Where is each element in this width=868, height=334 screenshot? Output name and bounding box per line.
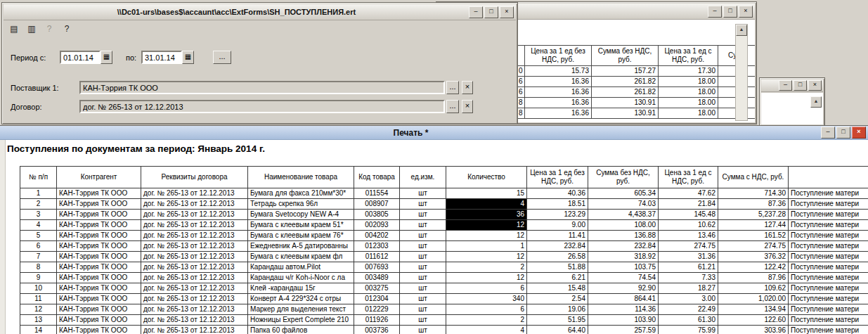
detail-scrollbar[interactable]: ▲ — [735, 24, 748, 121]
detail-price-vat-cell[interactable]: 18.00 — [659, 87, 718, 98]
cell-qty[interactable]: 1 — [446, 241, 527, 252]
cell-sum-vat[interactable]: 134.94 — [718, 304, 789, 315]
cell-price-vat[interactable]: 47.62 — [659, 188, 718, 199]
cell-price-no-vat[interactable]: 40.36 — [527, 188, 588, 199]
detail-price-no-vat-cell[interactable]: 16.36 — [525, 87, 592, 98]
cell-price-no-vat[interactable]: 6.21 — [527, 273, 588, 283]
cell-product[interactable]: Бумага Svetocopy NEW A-4 — [248, 210, 354, 220]
cell-code[interactable]: 012303 — [354, 241, 400, 252]
cell-product[interactable]: Бумага для факса 210мм*30* — [248, 188, 354, 199]
cell-sum-no-vat[interactable]: 257.59 — [588, 326, 659, 334]
cell-price-no-vat[interactable]: 19.06 — [527, 304, 588, 315]
cell-num[interactable]: 4 — [20, 220, 57, 231]
cell-price-no-vat[interactable]: 123.29 — [527, 210, 588, 220]
cell-product[interactable]: Конверт А-4 229*324 с отры — [248, 294, 354, 304]
cell-num[interactable]: 2 — [20, 199, 57, 210]
period-from-input[interactable] — [60, 51, 101, 64]
cell-price-vat[interactable]: 7.33 — [659, 273, 718, 283]
contract-clear-button[interactable]: × — [462, 100, 473, 113]
cell-contragent[interactable]: КАН-Тэррия ТК ООО — [57, 294, 141, 304]
table-sections-icon[interactable]: ▤ — [8, 23, 20, 35]
scroll-up-icon[interactable]: ▲ — [810, 96, 822, 108]
close-icon[interactable]: × — [739, 6, 753, 18]
cell-unit[interactable]: шт — [400, 188, 446, 199]
cell-contract[interactable]: дог. № 265-13 от 12.12.2013 — [141, 326, 248, 334]
cell-doc[interactable]: Поступление матери — [789, 231, 868, 241]
cell-contract[interactable]: дог. № 265-13 от 12.12.2013 — [141, 294, 248, 304]
cell-price-vat[interactable]: 75.99 — [659, 326, 718, 334]
detail-price-vat-cell[interactable]: 18.00 — [659, 77, 718, 87]
cell-unit[interactable]: шт — [400, 273, 446, 283]
cell-contract[interactable]: дог. № 265-13 от 12.12.2013 — [141, 252, 248, 262]
cell-product[interactable]: Папка 60 файлов — [248, 326, 354, 334]
cell-contract[interactable]: дог. № 265-13 от 12.12.2013 — [141, 273, 248, 283]
cell-sum-no-vat[interactable]: 103.90 — [588, 315, 659, 326]
cell-contragent[interactable]: КАН-Тэррия ТК ООО — [57, 326, 141, 334]
cell-code[interactable]: 011926 — [354, 315, 400, 326]
cell-code[interactable]: 012229 — [354, 304, 400, 315]
close-icon[interactable]: × — [852, 127, 866, 139]
cell-sum-vat[interactable]: 1,020.00 — [718, 294, 789, 304]
cell-code[interactable]: 011554 — [354, 188, 400, 199]
cell-sum-no-vat[interactable]: 318.92 — [588, 252, 659, 262]
cell-price-no-vat[interactable]: 51.88 — [527, 262, 588, 273]
cell-price-vat[interactable]: 31.36 — [659, 252, 718, 262]
cell-num[interactable]: 13 — [20, 315, 57, 326]
cell-sum-no-vat[interactable]: 74.54 — [588, 273, 659, 283]
cell-doc[interactable]: Поступление матери — [789, 199, 868, 210]
cell-sum-no-vat[interactable]: 74.03 — [588, 199, 659, 210]
cell-price-no-vat[interactable]: 64.40 — [527, 326, 588, 334]
cell-contract[interactable]: дог. № 265-13 от 12.12.2013 — [141, 283, 248, 294]
cell-contract[interactable]: дог. № 265-13 от 12.12.2013 — [141, 210, 248, 220]
cell-num[interactable]: 3 — [20, 210, 57, 220]
cell-product[interactable]: Ножницы Expert Complete 210 — [248, 315, 354, 326]
cell-sum-no-vat[interactable]: 136.88 — [588, 231, 659, 241]
cell-doc[interactable]: Поступление матери — [789, 294, 868, 304]
form-titlebar[interactable]: \\Dc01-urs\bases$\accaunt\acc\ExtForms\S… — [4, 4, 516, 20]
close-icon[interactable]: × — [808, 80, 822, 91]
period-to-input[interactable] — [141, 51, 182, 64]
cell-contract[interactable]: дог. № 265-13 от 12.12.2013 — [141, 231, 248, 241]
cell-price-no-vat[interactable]: 15.48 — [527, 283, 588, 294]
cell-code[interactable]: 003489 — [354, 273, 400, 283]
cell-qty[interactable]: 2 — [446, 315, 527, 326]
cell-doc[interactable]: Поступление матери — [789, 304, 868, 315]
cell-product[interactable]: Бумага с клеевым краем фл — [248, 252, 354, 262]
maximize-icon[interactable]: □ — [793, 80, 807, 91]
cell-qty[interactable]: 12 — [446, 220, 527, 231]
minimize-icon[interactable]: – — [779, 80, 792, 91]
cell-sum-vat[interactable]: 274.75 — [718, 241, 789, 252]
detail-sum-no-vat-cell[interactable]: 157.27 — [592, 66, 659, 77]
cell-num[interactable]: 9 — [20, 273, 57, 283]
detail-sum-no-vat-cell[interactable]: 130.91 — [592, 98, 659, 108]
cell-contragent[interactable]: КАН-Тэррия ТК ООО — [57, 304, 141, 315]
cell-doc[interactable]: Поступление матери — [789, 283, 868, 294]
detail-price-no-vat-cell[interactable]: 16.36 — [525, 77, 592, 87]
cell-sum-no-vat[interactable]: 103.75 — [588, 262, 659, 273]
cell-contragent[interactable]: КАН-Тэррия ТК ООО — [57, 210, 141, 220]
cell-product[interactable]: Карандаш автом.Pilot — [248, 262, 354, 273]
cell-unit[interactable]: шт — [400, 199, 446, 210]
cell-sum-vat[interactable]: 122.60 — [718, 315, 789, 326]
cell-sum-no-vat[interactable]: 232.84 — [588, 241, 659, 252]
close-icon[interactable]: × — [500, 6, 514, 18]
cell-unit[interactable]: шт — [400, 304, 446, 315]
cell-sum-vat[interactable]: 376.32 — [718, 252, 789, 262]
cell-product[interactable]: Маркер для выделения текст — [248, 304, 354, 315]
cell-qty[interactable]: 340 — [446, 294, 527, 304]
detail-sum-no-vat-cell[interactable]: 130.91 — [592, 108, 659, 119]
cell-contract[interactable]: дог. № 265-13 от 12.12.2013 — [141, 262, 248, 273]
cell-unit[interactable]: шт — [400, 326, 446, 334]
cell-doc[interactable]: Поступление матери — [789, 252, 868, 262]
cell-contract[interactable]: дог. № 265-13 от 12.12.2013 — [141, 241, 248, 252]
cell-doc[interactable]: Поступление матери — [789, 273, 868, 283]
cell-qty[interactable]: 12 — [446, 273, 527, 283]
period-picker-button[interactable]: ... — [213, 51, 231, 64]
restore-icon[interactable]: □ — [836, 127, 850, 139]
minimize-icon[interactable]: – — [821, 127, 835, 139]
detail-price-vat-cell[interactable]: 18.00 — [659, 98, 718, 108]
cell-contract[interactable]: дог. № 265-13 от 12.12.2013 — [141, 199, 248, 210]
cell-sum-vat[interactable]: 5,237.28 — [718, 210, 789, 220]
cell-sum-vat[interactable]: 122.42 — [718, 262, 789, 273]
cell-doc[interactable]: Поступление матери — [789, 188, 868, 199]
